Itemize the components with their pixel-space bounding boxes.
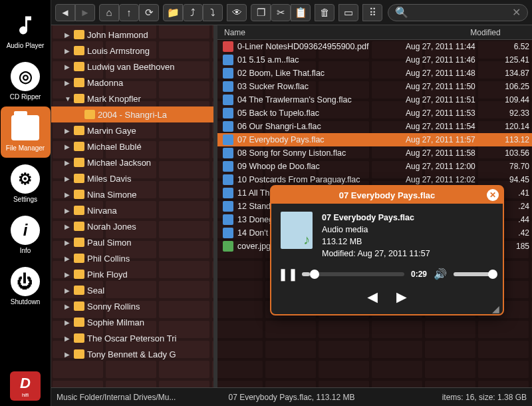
file-size: 113.12	[492, 135, 529, 144]
tree-item[interactable]: ▶Norah Jones	[51, 218, 213, 234]
file-row[interactable]: 08 Song for Sonny Liston.flacAug 27, 201…	[217, 146, 532, 160]
home-button[interactable]: ⌂	[99, 4, 119, 21]
file-row[interactable]: 09 Whoop de Doo.flacAug 27, 2011 12:0078…	[217, 160, 532, 173]
delete-button[interactable]: 🗑	[315, 4, 334, 21]
preview-button[interactable]: 👁	[227, 4, 247, 21]
expand-icon[interactable]: ▶	[65, 255, 72, 262]
sidebar-item-shutdown[interactable]: ⏻Shutdown	[1, 260, 51, 311]
column-modified[interactable]: Modified	[439, 28, 532, 37]
sidebar-item-settings[interactable]: ⚙Settings	[1, 158, 51, 209]
popup-close-button[interactable]: ✕	[487, 189, 499, 201]
column-name[interactable]: Name	[217, 28, 439, 37]
search-box[interactable]: 🔍 ✕	[388, 4, 528, 21]
expand-icon[interactable]: ▶	[65, 319, 72, 326]
expand-icon[interactable]: ▶	[65, 223, 72, 230]
expand-icon[interactable]: ▶	[65, 159, 72, 166]
file-size: 6.52	[492, 42, 529, 51]
file-row[interactable]: 01 5.15 a.m..flacAug 27, 2011 11:46125.4…	[217, 53, 532, 67]
tree-item[interactable]: ▶Miles Davis	[51, 170, 213, 186]
clear-search-icon[interactable]: ✕	[512, 6, 521, 19]
tree-item[interactable]: ▶Pink Floyd	[51, 266, 213, 282]
expand-icon[interactable]: ▶	[65, 287, 72, 294]
preview-popup[interactable]: 07 Everybody Pays.flac ✕ 07 Everybody Pa…	[270, 185, 504, 315]
tree-item[interactable]: ▶Seal	[51, 282, 213, 298]
expand-icon[interactable]: ▶	[65, 175, 72, 182]
tree-item[interactable]: ▶Marvin Gaye	[51, 122, 213, 138]
sidebar-item-audio-player[interactable]: Audio Player	[1, 4, 51, 55]
folder-icon	[74, 206, 84, 215]
file-row[interactable]: 10 Postcards From Paraguay.flacAug 27, 2…	[217, 173, 532, 186]
expand-icon[interactable]: ▶	[65, 63, 72, 71]
tree-item[interactable]: ▶Paul Simon	[51, 234, 213, 250]
grid-view-button[interactable]: ⠿	[362, 4, 382, 21]
file-row[interactable]: 0-Liner NotesHD093624955900.pdfAug 27, 2…	[217, 40, 532, 53]
prev-button[interactable]: ◄	[364, 287, 381, 307]
cd-ripper-icon: ◎	[11, 62, 41, 92]
refresh-button[interactable]: ⟳	[139, 4, 159, 21]
file-icon	[223, 174, 233, 185]
sidebar-item-label: Audio Player	[7, 42, 45, 49]
tree-item-label: John Hammond	[87, 30, 148, 40]
expand-icon[interactable]: ▶	[65, 79, 72, 87]
screen-button[interactable]: ▭	[338, 4, 358, 21]
tree-item[interactable]: ▶Phil Collins	[51, 250, 213, 266]
copy-button[interactable]: ❐	[251, 4, 271, 21]
search-input[interactable]	[412, 8, 512, 17]
up-button[interactable]: ↑	[119, 4, 139, 21]
resize-handle[interactable]: ◢	[492, 304, 500, 311]
tree-item[interactable]: ▶Tony Bennett & Lady G	[51, 346, 213, 362]
next-button[interactable]: ►	[393, 287, 410, 307]
expand-icon[interactable]: ▶	[65, 207, 72, 214]
expand-icon[interactable]: ▶	[65, 239, 72, 246]
tree-item[interactable]: ▶John Hammond	[51, 27, 213, 43]
download-button[interactable]: ⤵	[203, 4, 223, 21]
file-row[interactable]: 05 Back to Tupelo.flacAug 27, 2011 11:53…	[217, 106, 532, 120]
tree-item[interactable]: ▼Mark Knopfler	[51, 91, 213, 106]
expand-icon[interactable]: ▶	[65, 351, 72, 358]
sidebar-item-info[interactable]: iInfo	[1, 209, 51, 260]
expand-icon[interactable]: ▶	[65, 335, 72, 342]
folder-icon	[74, 302, 84, 311]
tree-item-label: The Oscar Peterson Tri	[87, 333, 176, 343]
tree-item[interactable]: ▶Nirvana	[51, 202, 213, 218]
tree-item[interactable]: 2004 - Shangri-La	[51, 106, 213, 122]
expand-icon[interactable]: ▶	[65, 271, 72, 278]
expand-icon[interactable]: ▶	[65, 303, 72, 310]
file-row[interactable]: 07 Everybody Pays.flacAug 27, 2011 11:57…	[217, 133, 532, 146]
progress-bar[interactable]	[302, 272, 404, 276]
pause-button[interactable]: ❚❚	[281, 267, 295, 282]
sidebar-item-cd-ripper[interactable]: ◎CD Ripper	[1, 55, 51, 106]
file-row[interactable]: 03 Sucker Row.flacAug 27, 2011 11:50106.…	[217, 80, 532, 93]
file-row[interactable]: 04 The Trawlerman's Song.flacAug 27, 201…	[217, 93, 532, 106]
tree-item[interactable]: ▶The Oscar Peterson Tri	[51, 330, 213, 346]
popup-header[interactable]: 07 Everybody Pays.flac ✕	[271, 186, 503, 204]
new-folder-button[interactable]: 📁	[163, 4, 183, 21]
tree-item[interactable]: ▶Nina Simone	[51, 186, 213, 202]
file-row[interactable]: 02 Boom, Like That.flacAug 27, 2011 11:4…	[217, 67, 532, 80]
volume-icon[interactable]: 🔊	[434, 268, 447, 280]
tree-item[interactable]: ▶Sonny Rollins	[51, 298, 213, 314]
sidebar-item-file-manager[interactable]: File Manager	[1, 106, 51, 158]
paste-button[interactable]: 📋	[291, 4, 311, 21]
expand-icon[interactable]: ▼	[65, 95, 72, 102]
forward-button[interactable]: ►	[75, 4, 95, 21]
tree-item[interactable]: ▶Sophie Milman	[51, 314, 213, 330]
file-row[interactable]: 06 Our Shangri-La.flacAug 27, 2011 11:54…	[217, 120, 532, 133]
file-list-header[interactable]: Name Modified	[217, 25, 532, 40]
tree-item[interactable]: ▶Louis Armstrong	[51, 43, 213, 59]
cut-button[interactable]: ✂	[271, 4, 291, 21]
expand-icon[interactable]: ▶	[65, 191, 72, 198]
tree-item[interactable]: ▶Michael Jackson	[51, 154, 213, 170]
volume-slider[interactable]	[454, 272, 493, 276]
expand-icon[interactable]: ▶	[65, 143, 72, 150]
upload-button[interactable]: ⤴	[183, 4, 203, 21]
folder-tree[interactable]: ▶John Hammond▶Louis Armstrong▶Ludwig van…	[51, 25, 213, 387]
expand-icon[interactable]: ▶	[65, 31, 72, 39]
expand-icon[interactable]: ▶	[65, 127, 72, 134]
back-button[interactable]: ◄	[55, 4, 75, 21]
tree-item[interactable]: ▶Madonna	[51, 75, 213, 91]
tree-item[interactable]: ▶Michael Bublé	[51, 138, 213, 154]
expand-icon[interactable]: ▶	[65, 47, 72, 55]
file-icon	[223, 188, 233, 198]
tree-item[interactable]: ▶Ludwig van Beethoven	[51, 59, 213, 75]
